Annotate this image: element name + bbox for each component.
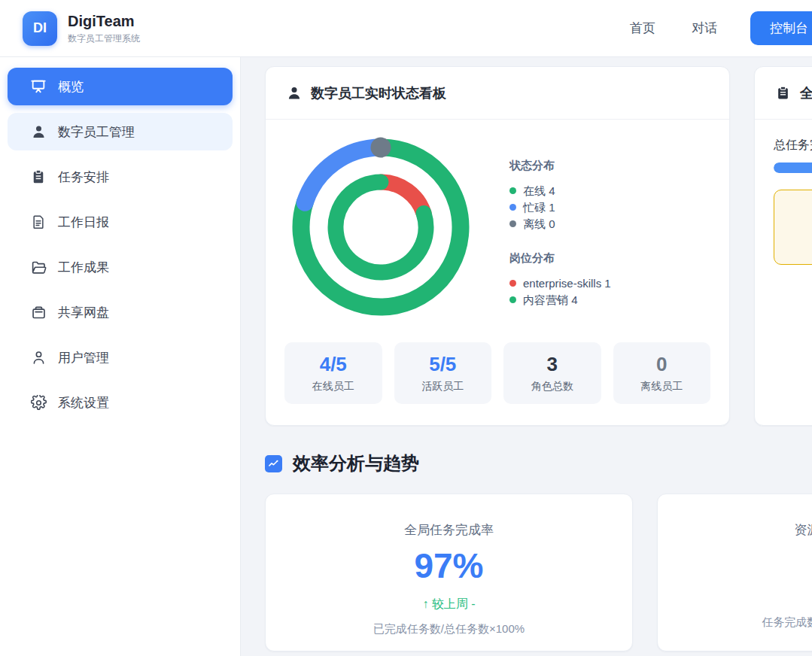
clipboard-icon xyxy=(30,169,47,185)
legend-item: 离线 0 xyxy=(509,216,611,232)
trend-chart-icon xyxy=(265,455,282,472)
status-board-header: 数字员工实时状态看板 xyxy=(266,67,729,120)
status-board-title: 数字员工实时状态看板 xyxy=(311,84,446,102)
donut-zero-dot xyxy=(371,138,391,158)
folder-icon xyxy=(30,259,47,275)
legend-group-title: 岗位分布 xyxy=(509,251,611,266)
sidebar-item-label: 工作日报 xyxy=(58,214,109,231)
legend-item: 忙碌 1 xyxy=(509,199,611,215)
metric-trend: ↑ 较上周 - xyxy=(266,597,632,612)
stat-value: 5/5 xyxy=(394,354,492,375)
stat-label: 角色总数 xyxy=(503,380,601,393)
metric-formula: 已完成任务数/总任务数×100% xyxy=(266,622,632,636)
stat-value: 4/5 xyxy=(284,354,382,375)
legend-dot xyxy=(509,296,516,303)
metric-label: 全局任务完成率 xyxy=(266,521,632,539)
console-button[interactable]: 控制台 xyxy=(750,11,812,45)
task-overview-header: 全局任务进度 xyxy=(755,67,812,120)
drive-icon xyxy=(30,304,47,320)
sidebar-item-label: 概览 xyxy=(58,78,84,96)
stat-value: 3 xyxy=(503,354,601,375)
task-warning-box xyxy=(774,190,812,265)
sidebar: 概览数字员工管理任务安排工作日报工作成果共享网盘用户管理系统设置 xyxy=(0,57,241,656)
metric-value: 97% xyxy=(266,548,632,584)
document-icon xyxy=(30,214,47,230)
legend-item: 内容营销 4 xyxy=(509,292,611,308)
person-fill-icon xyxy=(30,123,47,140)
stats-row: 4/5在线员工5/5活跃员工3角色总数0离线员工 xyxy=(266,342,729,425)
resource-usage-card: 资源利用率 任务完成数/员工数×100% xyxy=(657,494,812,651)
legend-item: 在线 4 xyxy=(509,183,611,199)
sidebar-item-task-schedule[interactable]: 任务安排 xyxy=(8,158,233,196)
app-title: DigiTeam xyxy=(68,12,140,30)
metric-formula: 任务完成数/员工数×100% xyxy=(658,615,812,630)
sidebar-item-digital-employees[interactable]: 数字员工管理 xyxy=(8,113,233,150)
presentation-icon xyxy=(30,78,47,95)
main-content: 数字员工实时状态看板 状态分布在线 4忙碌 1离线 0岗位分布enterpris… xyxy=(241,57,812,656)
legend-label: 内容营销 4 xyxy=(523,292,578,308)
legend-dot xyxy=(509,204,516,211)
completion-rate-card: 全局任务完成率 97% ↑ 较上周 - 已完成任务数/总任务数×100% xyxy=(265,494,633,651)
sidebar-item-daily-report[interactable]: 工作日报 xyxy=(8,203,233,241)
stat-value: 0 xyxy=(613,354,711,375)
total-task-label: 总任务完成进度 xyxy=(774,138,812,153)
legend-dot xyxy=(509,187,516,194)
stat-box-offline: 0离线员工 xyxy=(613,342,711,404)
legend-label: enterprise-skills 1 xyxy=(523,275,611,291)
stat-box-active: 5/5活跃员工 xyxy=(394,342,492,404)
sidebar-item-work-results[interactable]: 工作成果 xyxy=(8,248,233,286)
sidebar-item-system-settings[interactable]: 系统设置 xyxy=(8,384,233,421)
legend-group: 岗位分布enterprise-skills 1内容营销 4 xyxy=(509,251,611,308)
task-progress-bar xyxy=(774,162,812,173)
sidebar-item-label: 任务安排 xyxy=(58,169,109,186)
legend-label: 离线 0 xyxy=(523,216,555,232)
brand-block: DigiTeam 数字员工管理系统 xyxy=(68,12,140,45)
sidebar-item-label: 数字员工管理 xyxy=(58,123,135,141)
gear-icon xyxy=(30,394,47,411)
efficiency-section-header: 效率分析与趋势 xyxy=(265,451,812,475)
status-donut-chart xyxy=(284,127,509,321)
legend-group-title: 状态分布 xyxy=(509,159,611,173)
efficiency-section-title: 效率分析与趋势 xyxy=(293,451,419,475)
person-outline-icon xyxy=(30,349,47,366)
nav-chat[interactable]: 对话 xyxy=(692,20,717,37)
legend-label: 忙碌 1 xyxy=(523,199,555,215)
legend-label: 在线 4 xyxy=(523,183,555,199)
top-nav: 首页 对话 控制台 xyxy=(594,11,812,45)
donut-segment-enterprise-skills xyxy=(381,182,424,213)
stat-box-roles: 3角色总数 xyxy=(503,342,601,404)
app-header: DI DigiTeam 数字员工管理系统 首页 对话 控制台 xyxy=(0,0,812,57)
donut-legend: 状态分布在线 4忙碌 1离线 0岗位分布enterprise-skills 1内… xyxy=(509,159,611,321)
sidebar-item-label: 工作成果 xyxy=(58,259,109,276)
sidebar-item-user-management[interactable]: 用户管理 xyxy=(8,339,233,376)
legend-item: enterprise-skills 1 xyxy=(509,275,611,291)
stat-label: 离线员工 xyxy=(613,380,711,393)
app-subtitle: 数字员工管理系统 xyxy=(68,32,140,45)
app-logo: DI xyxy=(23,11,57,46)
sidebar-item-overview[interactable]: 概览 xyxy=(8,68,233,105)
person-icon xyxy=(287,86,302,101)
status-board-card: 数字员工实时状态看板 状态分布在线 4忙碌 1离线 0岗位分布enterpris… xyxy=(265,66,730,426)
sidebar-item-shared-drive[interactable]: 共享网盘 xyxy=(8,293,233,331)
nav-home[interactable]: 首页 xyxy=(630,20,655,37)
clipboard-icon xyxy=(776,86,791,101)
sidebar-item-label: 共享网盘 xyxy=(58,304,109,321)
legend-dot xyxy=(509,220,516,227)
sidebar-item-label: 系统设置 xyxy=(58,394,109,412)
stat-box-online: 4/5在线员工 xyxy=(284,342,382,404)
stat-label: 在线员工 xyxy=(284,380,382,393)
legend-dot xyxy=(509,280,516,287)
task-overview-title: 全局任务进度 xyxy=(800,84,812,102)
metric-label: 资源利用率 xyxy=(658,521,812,539)
legend-group: 状态分布在线 4忙碌 1离线 0 xyxy=(509,159,611,232)
sidebar-item-label: 用户管理 xyxy=(58,349,109,366)
task-overview-card: 全局任务进度 总任务完成进度 xyxy=(754,66,812,426)
stat-label: 活跃员工 xyxy=(394,380,492,393)
